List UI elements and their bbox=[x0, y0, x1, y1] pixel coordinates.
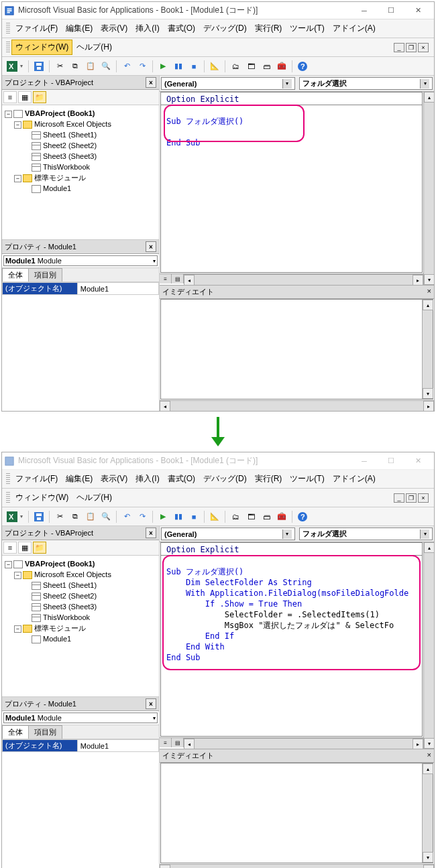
paste-icon[interactable]: 📋 bbox=[83, 509, 98, 524]
full-module-view-icon[interactable]: ▤ bbox=[172, 274, 184, 284]
hscrollbar[interactable]: ◂▸ bbox=[160, 400, 434, 411]
minimize-button[interactable]: ─ bbox=[351, 454, 378, 469]
tree-collapse-icon[interactable]: − bbox=[14, 121, 21, 129]
dropdown-icon[interactable]: ▾ bbox=[282, 79, 292, 88]
view-code-icon[interactable]: ≡ bbox=[3, 91, 17, 103]
properties-object-combo[interactable]: Module1 Module▾ bbox=[2, 254, 159, 268]
menu-tools[interactable]: ツール(T) bbox=[286, 471, 328, 487]
hscrollbar[interactable]: ◂▸ bbox=[160, 864, 434, 868]
project-tree[interactable]: −VBAProject (Book1) −Microsoft Excel Obj… bbox=[2, 105, 159, 240]
break-icon[interactable]: ▮▮ bbox=[171, 59, 186, 74]
tree-collapse-icon[interactable]: − bbox=[14, 572, 21, 579]
maximize-button[interactable]: ☐ bbox=[378, 454, 404, 469]
tree-sheet1[interactable]: Sheet1 (Sheet1) bbox=[43, 581, 97, 589]
menu-view[interactable]: 表示(V) bbox=[97, 21, 131, 36]
tree-std-mod[interactable]: 標準モジュール bbox=[34, 174, 86, 182]
menu-view[interactable]: 表示(V) bbox=[97, 471, 131, 487]
tree-collapse-icon[interactable]: − bbox=[14, 625, 21, 633]
run-icon[interactable]: ▶ bbox=[156, 59, 170, 74]
design-icon[interactable]: 📐 bbox=[207, 509, 222, 524]
tree-root[interactable]: VBAProject (Book1) bbox=[25, 109, 95, 117]
minimize-button[interactable]: ─ bbox=[351, 3, 378, 18]
tree-sheet2[interactable]: Sheet2 (Sheet2) bbox=[43, 592, 97, 600]
mdi-close[interactable]: × bbox=[418, 43, 429, 52]
tree-collapse-icon[interactable]: − bbox=[14, 175, 21, 182]
tree-root[interactable]: VBAProject (Book1) bbox=[25, 560, 95, 568]
paste-icon[interactable]: 📋 bbox=[83, 59, 98, 74]
menu-help[interactable]: ヘルプ(H) bbox=[72, 40, 116, 55]
cut-icon[interactable]: ✂ bbox=[52, 509, 67, 524]
find-icon[interactable]: 🔍 bbox=[99, 509, 113, 524]
menu-insert[interactable]: 挿入(I) bbox=[131, 471, 163, 487]
grip-icon[interactable] bbox=[6, 473, 10, 485]
properties-icon[interactable]: 🗔 bbox=[243, 59, 258, 74]
properties-grid[interactable]: (オブジェクト名) Module1 bbox=[2, 282, 159, 411]
object-combo[interactable]: (General)▾ bbox=[161, 528, 295, 540]
object-browser-icon[interactable]: 🗃 bbox=[259, 509, 274, 524]
copy-icon[interactable]: ⧉ bbox=[68, 59, 83, 74]
pane-close-button[interactable]: × bbox=[146, 77, 156, 88]
dropdown-icon[interactable]: ▾ bbox=[20, 63, 25, 69]
object-browser-icon[interactable]: 🗃 bbox=[259, 59, 274, 74]
dropdown-icon[interactable]: ▾ bbox=[153, 715, 156, 721]
procedure-combo[interactable]: フォルダ選択▾ bbox=[299, 77, 433, 90]
tree-module1[interactable]: Module1 bbox=[43, 184, 71, 192]
prop-name-value[interactable]: Module1 bbox=[77, 283, 158, 295]
menu-format[interactable]: 書式(O) bbox=[164, 21, 199, 36]
run-icon[interactable]: ▶ bbox=[156, 509, 170, 524]
grip-icon[interactable] bbox=[6, 23, 10, 35]
close-button[interactable]: ✕ bbox=[404, 3, 431, 18]
tab-all[interactable]: 全体 bbox=[2, 725, 29, 739]
menu-window[interactable]: ウィンドウ(W) bbox=[11, 490, 72, 505]
redo-icon[interactable]: ↷ bbox=[135, 509, 150, 524]
tab-categorized[interactable]: 項目別 bbox=[28, 725, 62, 739]
tab-all[interactable]: 全体 bbox=[2, 268, 29, 282]
menu-edit[interactable]: 編集(E) bbox=[62, 471, 97, 487]
full-module-view-icon[interactable]: ▤ bbox=[172, 738, 184, 747]
tree-sheet3[interactable]: Sheet3 (Sheet3) bbox=[43, 152, 97, 160]
dropdown-icon[interactable]: ▾ bbox=[20, 513, 25, 519]
mdi-close[interactable]: × bbox=[418, 493, 429, 503]
tab-categorized[interactable]: 項目別 bbox=[28, 268, 62, 282]
save-icon[interactable] bbox=[32, 59, 46, 74]
menu-run[interactable]: 実行(R) bbox=[251, 21, 286, 36]
reset-icon[interactable]: ■ bbox=[186, 509, 201, 524]
pane-close-button[interactable]: × bbox=[427, 751, 431, 761]
save-icon[interactable] bbox=[32, 509, 46, 524]
tree-sheet3[interactable]: Sheet3 (Sheet3) bbox=[43, 603, 97, 611]
tree-excel-objects[interactable]: Microsoft Excel Objects bbox=[34, 570, 111, 578]
tree-std-mod[interactable]: 標準モジュール bbox=[34, 624, 86, 632]
tree-collapse-icon[interactable]: − bbox=[5, 561, 12, 568]
mdi-restore[interactable]: ❐ bbox=[406, 43, 417, 52]
titlebar[interactable]: Microsoft Visual Basic for Applications … bbox=[2, 452, 434, 470]
view-code-icon[interactable]: ≡ bbox=[3, 542, 17, 554]
dropdown-icon[interactable]: ▾ bbox=[282, 530, 292, 539]
menu-debug[interactable]: デバッグ(D) bbox=[199, 21, 251, 36]
procedure-view-icon[interactable]: ≡ bbox=[160, 738, 172, 747]
object-combo[interactable]: (General)▾ bbox=[161, 77, 295, 90]
close-button[interactable]: ✕ bbox=[404, 454, 431, 469]
break-icon[interactable]: ▮▮ bbox=[171, 509, 186, 524]
reset-icon[interactable]: ■ bbox=[186, 59, 201, 74]
menu-window[interactable]: ウィンドウ(W) bbox=[11, 40, 72, 55]
dropdown-icon[interactable]: ▾ bbox=[420, 79, 429, 88]
dropdown-icon[interactable]: ▾ bbox=[420, 530, 429, 539]
project-explorer-icon[interactable]: 🗂 bbox=[228, 509, 243, 524]
copy-icon[interactable]: ⧉ bbox=[68, 509, 83, 524]
mdi-min[interactable]: _ bbox=[394, 493, 404, 503]
pane-close-button[interactable]: × bbox=[427, 287, 431, 297]
immediate-window[interactable]: ▴▾ bbox=[160, 763, 433, 863]
titlebar[interactable]: Microsoft Visual Basic for Applications … bbox=[2, 2, 434, 19]
excel-icon[interactable]: X bbox=[5, 59, 19, 74]
help-icon[interactable]: ? bbox=[295, 509, 310, 524]
tree-sheet1[interactable]: Sheet1 (Sheet1) bbox=[43, 131, 97, 139]
vscrollbar[interactable]: ▴▾ bbox=[423, 542, 434, 749]
toolbox-icon[interactable]: 🧰 bbox=[274, 59, 289, 74]
menu-addin[interactable]: アドイン(A) bbox=[329, 471, 380, 487]
toolbox-icon[interactable]: 🧰 bbox=[274, 509, 289, 524]
tree-excel-objects[interactable]: Microsoft Excel Objects bbox=[34, 120, 111, 128]
tree-module1[interactable]: Module1 bbox=[43, 635, 71, 643]
design-icon[interactable]: 📐 bbox=[207, 59, 222, 74]
undo-icon[interactable]: ↶ bbox=[119, 59, 134, 74]
menu-file[interactable]: ファイル(F) bbox=[11, 471, 62, 487]
